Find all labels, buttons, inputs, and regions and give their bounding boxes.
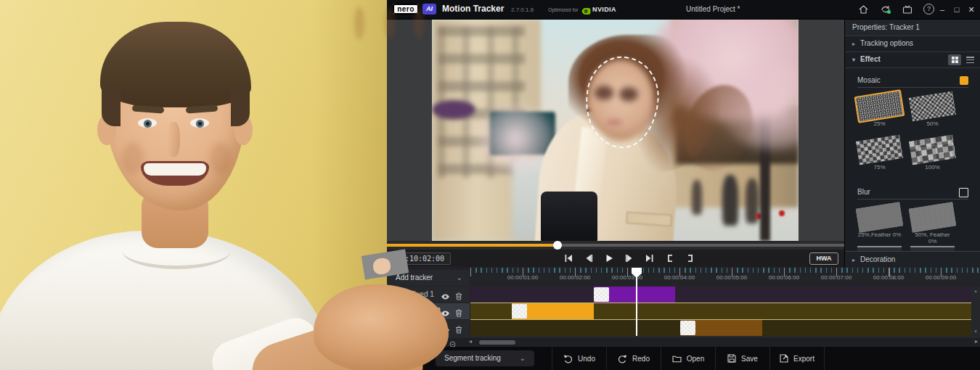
- delete-trash-icon[interactable]: [455, 307, 463, 316]
- app-version: 2.7.0.1.6: [511, 7, 534, 13]
- redo-icon: [618, 354, 627, 363]
- ruler-timecode-label: 00:00:04:00: [653, 274, 706, 281]
- ai-badge: AI: [422, 4, 436, 15]
- update-icon[interactable]: [879, 3, 891, 15]
- home-icon[interactable]: [857, 3, 870, 15]
- mosaic-option-50[interactable]: [909, 91, 956, 121]
- mosaic-option-100-label: 100%: [910, 164, 955, 170]
- update-badge: [887, 10, 891, 14]
- prev-frame-button[interactable]: [583, 252, 595, 264]
- man-cheek-right: [209, 142, 231, 174]
- playhead-line[interactable]: [636, 268, 637, 336]
- visibility-eye-icon[interactable]: [441, 307, 450, 316]
- scroll-down-icon[interactable]: ▼: [973, 329, 978, 334]
- track-row-tracker2[interactable]: ≡ Tracker 2: [387, 303, 470, 319]
- scroll-left-icon[interactable]: ◂: [469, 338, 472, 345]
- project-name: Untitled Project *: [686, 5, 740, 13]
- drag-handle-icon[interactable]: ≡: [392, 287, 396, 303]
- tracking-mode-dropdown[interactable]: Segment tracking ⌄: [436, 350, 534, 366]
- open-folder-icon: [672, 355, 682, 363]
- shirt-neckline: [122, 232, 231, 269]
- blur-option-50[interactable]: [909, 202, 956, 232]
- track-row-3[interactable]: [387, 320, 470, 336]
- grid-icon: [952, 57, 958, 63]
- vertical-scrollbar[interactable]: ▲ ▼: [971, 287, 980, 336]
- app-window: nero AI Motion Tracker 2.7.0.1.6 Optimiz…: [387, 0, 980, 370]
- properties-header: Properties: Tracker 1: [845, 20, 980, 36]
- help-icon[interactable]: ?: [923, 3, 935, 15]
- track-lane-3[interactable]: [470, 320, 971, 336]
- visibility-eye-icon[interactable]: [441, 324, 450, 332]
- play-button[interactable]: [603, 252, 615, 264]
- chevron-down-icon: ⌄: [457, 270, 462, 286]
- skip-end-button[interactable]: [644, 252, 656, 264]
- blur-option-25-label: 25%,Feather 0%: [857, 231, 902, 238]
- next-frame-button[interactable]: [624, 252, 635, 264]
- list-view-button[interactable]: [963, 54, 976, 65]
- keyframe-marker[interactable]: [512, 304, 527, 318]
- photo-shadow: [312, 0, 387, 370]
- screen: nero AI Motion Tracker 2.7.0.1.6 Optimiz…: [0, 0, 980, 370]
- undo-button[interactable]: Undo: [552, 347, 606, 370]
- ruler-timecode-label: 00:00:06:00: [758, 274, 810, 281]
- undo-icon: [563, 354, 573, 363]
- blur-checkbox[interactable]: [959, 188, 968, 197]
- scene-pedestrian: [722, 175, 738, 226]
- scroll-right-icon[interactable]: ▸: [975, 338, 978, 345]
- keyframe-marker[interactable]: [680, 321, 695, 335]
- maximize-button[interactable]: □: [950, 0, 964, 19]
- mosaic-color-swatch[interactable]: [960, 76, 968, 85]
- mark-out-button[interactable]: [685, 252, 696, 264]
- triangle-right-icon: ▸: [852, 41, 855, 47]
- seek-bar[interactable]: [387, 241, 844, 250]
- open-button[interactable]: Open: [661, 347, 715, 370]
- nvidia-label: NVIDIA: [592, 6, 616, 13]
- scrollbar-thumb[interactable]: [479, 340, 515, 345]
- horizontal-scrollbar[interactable]: ◂ ▸: [387, 337, 980, 348]
- grid-view-button[interactable]: [948, 54, 961, 65]
- redo-button[interactable]: Redo: [606, 347, 661, 370]
- man-hair-side-right: [231, 86, 250, 126]
- visibility-eye-icon[interactable]: [441, 290, 450, 299]
- save-button[interactable]: Save: [715, 347, 769, 370]
- scroll-up-icon[interactable]: ▲: [973, 289, 978, 293]
- skip-start-button[interactable]: [563, 252, 574, 264]
- optimized-for-label: Optimized for: [548, 7, 579, 12]
- drag-handle-icon[interactable]: ≡: [392, 303, 396, 319]
- mosaic-option-25-label: 25%: [857, 120, 902, 127]
- hwa-toggle-button[interactable]: HWA: [809, 252, 838, 265]
- mark-in-button[interactable]: [664, 252, 676, 264]
- promo-icon[interactable]: [901, 3, 913, 15]
- properties-panel: Properties: Tracker 1 ▸Tracking options …: [844, 20, 980, 267]
- export-icon: [780, 354, 788, 363]
- track-lane-fixed1[interactable]: [470, 287, 971, 303]
- export-button[interactable]: Export: [769, 347, 825, 370]
- man-eye-left: [138, 118, 157, 128]
- delete-trash-icon[interactable]: [455, 290, 463, 299]
- mosaic-option-100[interactable]: [909, 134, 956, 165]
- keyframe-marker[interactable]: [594, 287, 609, 302]
- blur-option-50-label: 50%, Feather 0%: [910, 231, 955, 244]
- mosaic-option-75[interactable]: [856, 134, 903, 165]
- list-icon: [966, 57, 974, 63]
- add-tracker-dropdown[interactable]: Add tracker ⌄: [387, 270, 470, 286]
- track-row-fixed1[interactable]: ≡ Fixed 1: [387, 287, 470, 303]
- zoom-out-icon[interactable]: [449, 339, 457, 347]
- close-button[interactable]: ✕: [964, 0, 979, 19]
- track-lane-tracker2[interactable]: [470, 303, 971, 319]
- minimize-button[interactable]: –: [935, 0, 950, 19]
- nero-logo: nero: [393, 4, 419, 15]
- video-frame[interactable]: [432, 20, 799, 241]
- mosaic-option-25[interactable]: [856, 91, 903, 121]
- man-hair: [100, 22, 251, 107]
- scene-red-light: [779, 210, 785, 216]
- seek-progress: [387, 244, 558, 247]
- chevron-down-icon: ⌄: [520, 350, 526, 366]
- section-decoration[interactable]: ▸Decoration: [845, 251, 980, 268]
- blur-option-25[interactable]: [856, 202, 903, 232]
- footer-toolbar: Segment tracking ⌄ Undo Redo Open: [387, 347, 980, 370]
- seek-handle[interactable]: [553, 241, 562, 250]
- section-tracking-options[interactable]: ▸Tracking options: [845, 36, 980, 52]
- save-icon: [727, 354, 736, 363]
- delete-trash-icon[interactable]: [455, 324, 463, 332]
